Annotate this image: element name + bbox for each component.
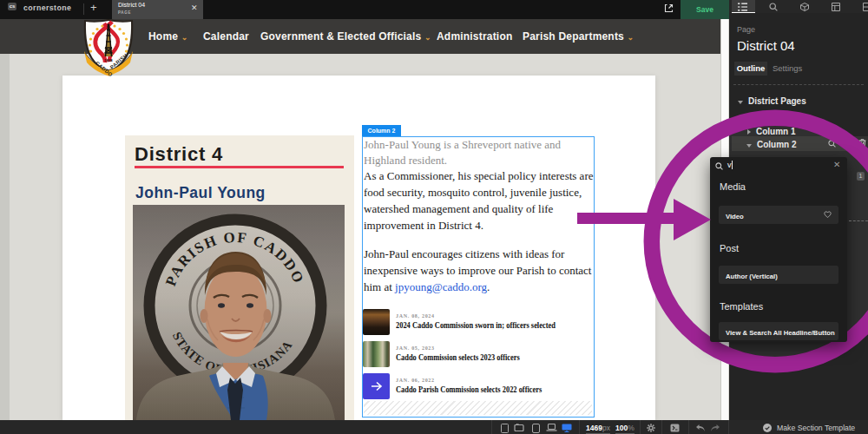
svg-text:1838: 1838	[104, 58, 113, 62]
